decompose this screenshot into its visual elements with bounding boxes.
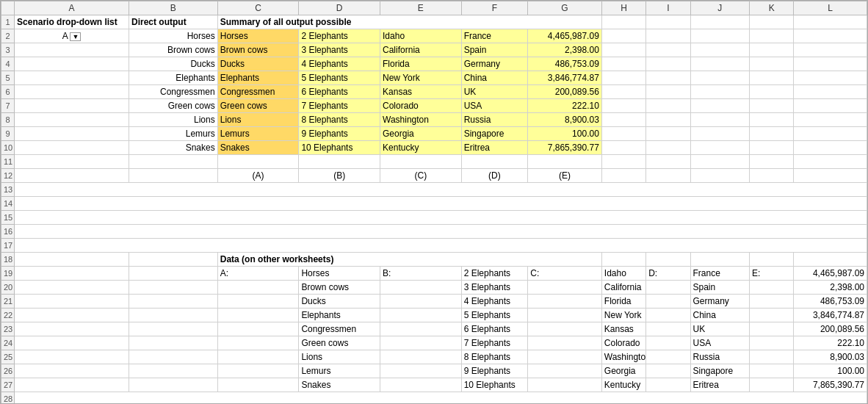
col-header-E: E (380, 1, 462, 15)
row-1: 1 Scenario drop-down list Direct output … (1, 15, 867, 29)
row-num-23: 23 (1, 322, 15, 336)
cell-J7 (690, 99, 749, 113)
cell-K5 (749, 71, 793, 85)
cell-B18 (129, 253, 218, 267)
cell-C20 (217, 281, 299, 295)
cell-C5: Elephants (217, 71, 299, 85)
row-num-28: 28 (1, 392, 15, 405)
cell-D9: 9 Elephants (299, 127, 380, 141)
cell-L22: 3,846,774.87 (794, 309, 867, 322)
row-num-7: 7 (1, 99, 15, 113)
cell-E11 (380, 155, 462, 169)
cell-G5: 3,846,774.87 (528, 71, 602, 85)
row-num-2: 2 (1, 29, 15, 43)
cell-C10: Snakes (217, 141, 299, 155)
cell-I9 (646, 127, 690, 141)
cell-C2: Horses (217, 29, 299, 43)
cell-L26: 100.00 (794, 364, 867, 378)
cell-H20: California (601, 281, 645, 295)
cell-K18 (749, 253, 793, 267)
row-num-27: 27 (1, 378, 15, 392)
cell-F6: UK (461, 85, 528, 99)
cell-B23 (129, 322, 218, 336)
cell-D21: Ducks (299, 295, 380, 309)
cell-B5: Elephants (129, 71, 218, 85)
cell-G4: 486,753.09 (528, 57, 602, 71)
row-26: 26 Lemurs 9 Elephants Georgia Singapore … (1, 364, 867, 378)
cell-B22 (129, 309, 218, 322)
cell-F19: 2 Elephants (461, 267, 528, 281)
cell-13-empty (15, 183, 867, 197)
cell-H4 (601, 57, 645, 71)
cell-A26 (15, 364, 129, 378)
cell-G25 (528, 350, 602, 364)
row-13: 13 (1, 183, 867, 197)
cell-I27 (646, 378, 690, 392)
cell-H18 (601, 253, 645, 267)
cell-F27: 10 Elephants (461, 378, 528, 392)
cell-A10 (15, 141, 129, 155)
cell-L23: 200,089.56 (794, 322, 867, 336)
row-12: 12 (A) (B) (C) (D) (E) (1, 169, 867, 183)
cell-J25: Russia (690, 350, 749, 364)
cell-C7: Green cows (217, 99, 299, 113)
col-header-H: H (601, 1, 645, 15)
cell-J27: Eritrea (690, 378, 749, 392)
cell-E23 (380, 322, 462, 336)
cell-E24 (380, 336, 462, 350)
cell-H3 (601, 43, 645, 57)
cell-J22: China (690, 309, 749, 322)
cell-L19: 4,465,987.09 (794, 267, 867, 281)
row-num-18: 18 (1, 253, 15, 267)
cell-A4 (15, 57, 129, 71)
cell-J24: USA (690, 336, 749, 350)
cell-I7 (646, 99, 690, 113)
cell-G10: 7,865,390.77 (528, 141, 602, 155)
cell-G3: 2,398.00 (528, 43, 602, 57)
cell-F9: Singapore (461, 127, 528, 141)
corner-header (1, 1, 15, 15)
cell-E2: Idaho (380, 29, 462, 43)
cell-F4: Germany (461, 57, 528, 71)
cell-C26 (217, 364, 299, 378)
row-num-11: 11 (1, 155, 15, 169)
cell-H10 (601, 141, 645, 155)
cell-A2-dropdown[interactable]: A A ▼ (15, 29, 129, 43)
cell-L2 (794, 29, 867, 43)
row-27: 27 Snakes 10 Elephants Kentucky Eritrea … (1, 378, 867, 392)
cell-E25 (380, 350, 462, 364)
cell-H23: Kansas (601, 322, 645, 336)
cell-L9 (794, 127, 867, 141)
cell-G21 (528, 295, 602, 309)
cell-H1 (601, 15, 645, 29)
cell-I18 (646, 253, 690, 267)
cell-D19: Horses (299, 267, 380, 281)
cell-K25 (749, 350, 793, 364)
cell-L10 (794, 141, 867, 155)
cell-E3: California (380, 43, 462, 57)
row-num-25: 25 (1, 350, 15, 364)
cell-H8 (601, 113, 645, 127)
row-5: 5 Elephants Elephants 5 Elephants New Yo… (1, 71, 867, 85)
cell-E6: Kansas (380, 85, 462, 99)
cell-G12: (E) (528, 169, 602, 183)
row-25: 25 Lions 8 Elephants Washington Russia 8… (1, 350, 867, 364)
row-22: 22 Elephants 5 Elephants New York China … (1, 309, 867, 322)
cell-I8 (646, 113, 690, 127)
row-28: 28 (1, 392, 867, 405)
cell-K1 (749, 15, 793, 29)
cell-C6: Congressmen (217, 85, 299, 99)
cell-C12: (A) (217, 169, 299, 183)
row-num-14: 14 (1, 197, 15, 211)
cell-I3 (646, 43, 690, 57)
cell-J19: France (690, 267, 749, 281)
cell-J3 (690, 43, 749, 57)
cell-K19: E: (749, 267, 793, 281)
row-num-17: 17 (1, 239, 15, 253)
cell-J20: Spain (690, 281, 749, 295)
col-header-I: I (646, 1, 690, 15)
cell-D4: 4 Elephants (299, 57, 380, 71)
cell-C11 (217, 155, 299, 169)
cell-L21: 486,753.09 (794, 295, 867, 309)
cell-L7 (794, 99, 867, 113)
